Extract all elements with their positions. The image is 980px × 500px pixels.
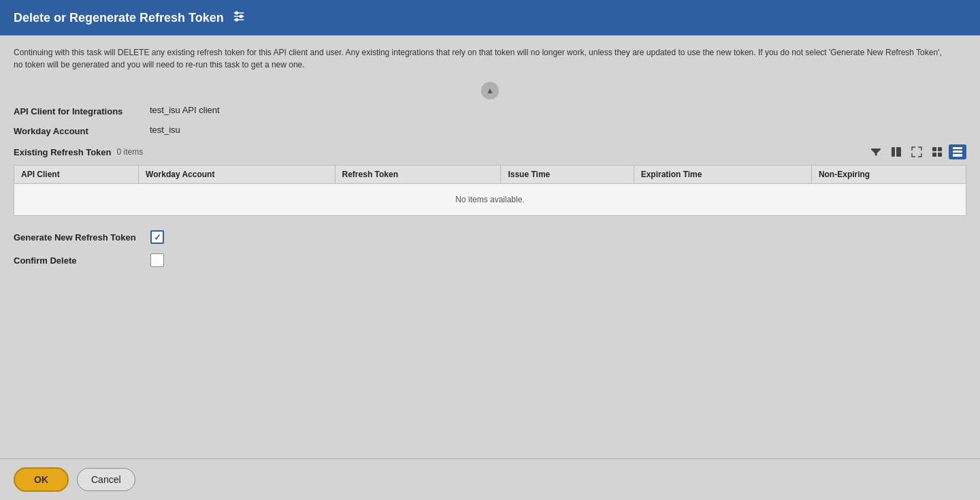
- refresh-token-table: API Client Workday Account Refresh Token…: [14, 165, 966, 216]
- scroll-up-area: ▲: [14, 82, 966, 99]
- svg-rect-13: [953, 151, 962, 153]
- svg-rect-12: [953, 147, 962, 149]
- cancel-button[interactable]: Cancel: [77, 468, 135, 491]
- generate-token-checkbox[interactable]: [150, 230, 164, 244]
- api-client-value: test_isu API client: [150, 105, 220, 115]
- confirm-delete-row: Confirm Delete: [14, 253, 966, 268]
- modal-header: Delete or Regenerate Refresh Token: [0, 0, 980, 35]
- svg-rect-10: [932, 153, 936, 157]
- modal-title: Delete or Regenerate Refresh Token: [14, 11, 224, 25]
- generate-token-label: Generate New Refresh Token: [14, 232, 150, 243]
- svg-point-3: [235, 12, 238, 14]
- table-empty-row: No items available.: [14, 184, 966, 216]
- section-title: Existing Refresh Token: [14, 147, 112, 157]
- settings-icon[interactable]: [232, 10, 246, 27]
- warning-text: Continuing with this task will DELETE an…: [14, 46, 953, 71]
- svg-point-5: [235, 18, 238, 20]
- col-refresh-token: Refresh Token: [335, 166, 501, 184]
- confirm-delete-checkbox-wrapper: [150, 253, 165, 268]
- col-api-client: API Client: [14, 166, 139, 184]
- ok-button[interactable]: OK: [14, 467, 69, 492]
- table-section-header: Existing Refresh Token 0 items: [14, 144, 966, 159]
- scroll-up-button[interactable]: ▲: [481, 82, 499, 99]
- grid-view-button[interactable]: [928, 144, 946, 159]
- spacer: [14, 216, 966, 230]
- svg-rect-14: [953, 154, 962, 157]
- api-client-label: API Client for Integrations: [14, 105, 150, 116]
- section-title-group: Existing Refresh Token 0 items: [14, 147, 143, 157]
- modal-body: Continuing with this task will DELETE an…: [0, 35, 980, 458]
- workday-account-label: Workday Account: [14, 125, 150, 136]
- col-workday-account: Workday Account: [139, 166, 335, 184]
- no-items-cell: No items available.: [14, 184, 966, 216]
- modal-footer: OK Cancel: [0, 458, 980, 500]
- workday-account-value: test_isu: [150, 125, 180, 135]
- modal-container: Delete or Regenerate Refresh Token Conti…: [0, 0, 980, 500]
- filter-button[interactable]: [867, 144, 885, 159]
- workday-account-row: Workday Account test_isu: [14, 125, 966, 136]
- svg-point-4: [240, 15, 242, 17]
- col-non-expiring: Non-Expiring: [811, 166, 966, 184]
- table-toolbar: [867, 144, 966, 159]
- expand-button[interactable]: [908, 144, 926, 159]
- svg-rect-9: [938, 147, 942, 151]
- columns-button[interactable]: [887, 144, 905, 159]
- confirm-delete-checkbox[interactable]: [150, 253, 164, 267]
- table-header-row: API Client Workday Account Refresh Token…: [14, 166, 966, 184]
- generate-token-row: Generate New Refresh Token: [14, 230, 966, 245]
- generate-token-checkbox-wrapper: [150, 230, 165, 245]
- item-count: 0 items: [117, 147, 144, 157]
- svg-rect-8: [932, 147, 936, 151]
- confirm-delete-label: Confirm Delete: [14, 255, 150, 266]
- svg-rect-7: [896, 147, 901, 157]
- api-client-row: API Client for Integrations test_isu API…: [14, 105, 966, 116]
- col-issue-time: Issue Time: [501, 166, 634, 184]
- svg-rect-11: [938, 153, 942, 157]
- col-expiration-time: Expiration Time: [634, 166, 811, 184]
- svg-rect-6: [892, 147, 895, 157]
- spreadsheet-view-button[interactable]: [949, 144, 966, 159]
